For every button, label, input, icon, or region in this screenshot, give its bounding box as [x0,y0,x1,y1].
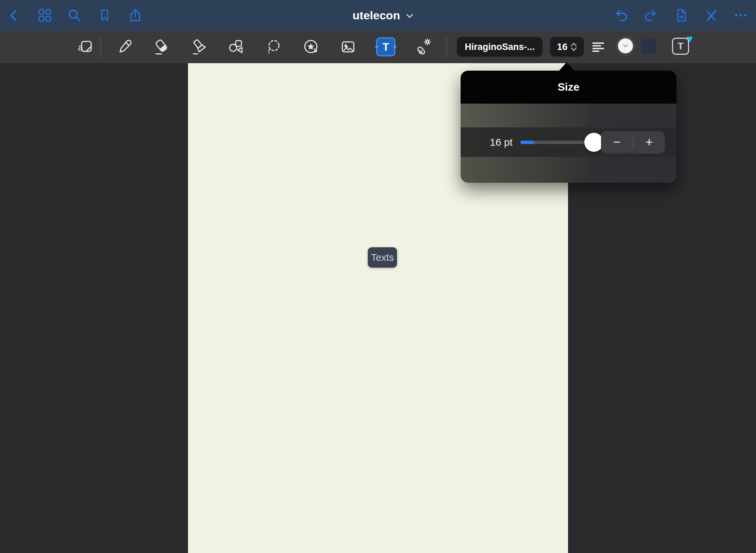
grid-icon [37,8,52,23]
text-color-button[interactable] [616,36,635,55]
image-tool-button[interactable] [339,37,358,56]
lasso-icon [265,38,283,56]
popover-band-bottom [461,157,676,183]
add-page-button[interactable] [673,7,689,23]
eraser-icon [153,38,170,56]
bookmark-button[interactable] [97,7,113,23]
bookmark-icon [98,8,112,22]
toolbar-divider [446,36,447,58]
plus-icon: + [645,135,653,149]
tools-toolbar: a [0,31,756,63]
sticker-star-icon [302,38,320,56]
highlighter-tool-button[interactable] [190,37,209,56]
laser-pointer-icon [414,38,432,56]
document-a-icon: a [77,38,94,56]
decrease-size-button[interactable]: − [601,131,633,154]
end-editing-button[interactable] [703,7,719,23]
text-tool-icon: T [382,41,389,53]
stylus-x-icon [704,8,719,23]
increase-size-button[interactable]: + [633,131,665,154]
font-size-pt-label: 16 pt [490,127,513,157]
document-title-button[interactable]: utelecon [353,0,414,31]
text-alignment-button[interactable] [589,37,608,56]
texts-selection-label: Texts [371,252,394,263]
back-button[interactable] [6,7,22,23]
popover-title: Size [557,81,579,93]
more-options-button[interactable] [733,7,749,23]
more-dots-icon [733,8,748,23]
sticker-tool-button[interactable] [302,37,321,56]
toolbar-divider [100,36,101,58]
svg-text:a: a [78,42,83,53]
heart-icon: ♥ [686,33,693,44]
font-size-stepper: − + [601,131,665,154]
pages-overview-button[interactable] [37,7,53,23]
font-family-button[interactable]: HiraginoSans-... [457,37,543,57]
font-size-row: 16 pt − + [461,127,676,157]
chevron-down-icon [622,44,629,48]
selected-color-white-swatch [618,38,633,53]
shapes-icon [227,38,245,56]
chevron-down-icon [406,13,414,19]
text-style-favorites-button[interactable]: T ♥ [672,38,689,55]
font-size-button[interactable]: 16 [550,37,584,57]
font-family-label: HiraginoSans-... [465,42,535,52]
redo-icon [643,8,658,23]
app-window: utelecon [0,0,756,553]
back-chevron-icon [7,8,21,22]
shapes-tool-button[interactable] [226,37,245,56]
search-icon [67,8,82,23]
slider-active-track [520,141,534,144]
background-color-swatch[interactable] [641,39,656,54]
align-left-icon [590,38,607,55]
highlighter-icon [191,38,208,56]
image-icon [339,38,357,56]
laser-pointer-tool-button[interactable] [414,37,433,56]
font-size-popover: Size 16 pt − + [461,71,676,183]
text-tool-button[interactable]: T [376,37,395,56]
add-page-icon [674,8,689,23]
undo-icon [614,8,629,23]
slider-thumb[interactable] [584,133,603,152]
eraser-tool-button[interactable] [152,37,171,56]
font-size-slider[interactable] [520,127,589,157]
text-style-icon: T [678,41,684,52]
share-icon [128,8,143,23]
texts-selection-button[interactable]: Texts [368,247,397,268]
popover-band-top [461,104,676,127]
chevron-up-down-icon [570,41,577,52]
popover-header: Size [461,71,676,104]
document-title: utelecon [353,9,400,22]
pen-icon [116,38,133,56]
undo-button[interactable] [614,7,629,23]
read-mode-button[interactable]: a [76,37,95,56]
share-button[interactable] [127,7,143,23]
top-navigation-bar: utelecon [0,0,756,31]
popover-arrow [559,62,574,71]
lasso-tool-button[interactable] [264,37,284,56]
search-button[interactable] [66,7,82,23]
redo-button[interactable] [643,7,658,23]
font-size-value: 16 [557,41,567,52]
pen-tool-button[interactable] [115,37,134,56]
minus-icon: − [613,135,620,149]
